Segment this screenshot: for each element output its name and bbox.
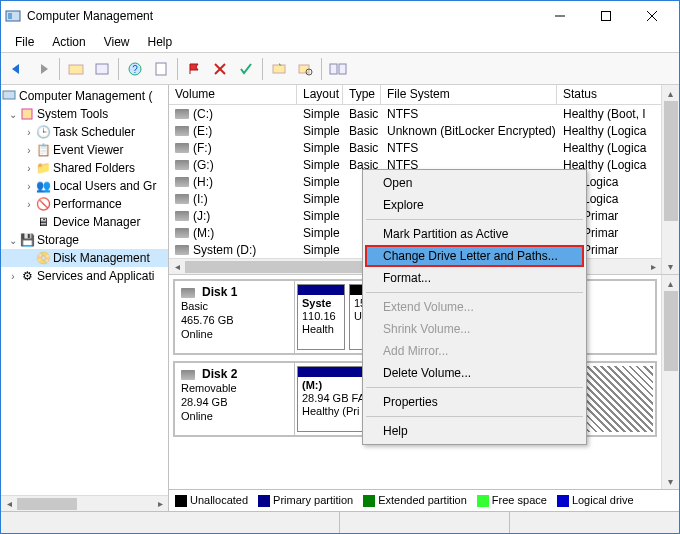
- menu-file[interactable]: File: [7, 33, 42, 51]
- legend-logical: Logical drive: [557, 494, 634, 507]
- forward-button[interactable]: [31, 57, 55, 81]
- chevron-right-icon[interactable]: ›: [23, 199, 35, 210]
- tree[interactable]: Computer Management ( ⌄ System Tools ›🕒T…: [1, 85, 168, 495]
- cm-separator: [366, 219, 583, 220]
- tree-task-scheduler[interactable]: ›🕒Task Scheduler: [1, 123, 168, 141]
- chevron-down-icon[interactable]: ⌄: [7, 235, 19, 246]
- tree-root[interactable]: Computer Management (: [1, 87, 168, 105]
- chevron-right-icon[interactable]: ›: [23, 145, 35, 156]
- check-icon[interactable]: [234, 57, 258, 81]
- chevron-right-icon[interactable]: ›: [23, 163, 35, 174]
- scroll-down-icon[interactable]: ▾: [663, 258, 679, 274]
- svg-rect-17: [339, 64, 346, 74]
- scroll-down-icon[interactable]: ▾: [663, 473, 679, 489]
- scroll-right-icon[interactable]: ▸: [645, 259, 661, 275]
- cm-format[interactable]: Format...: [365, 267, 584, 289]
- tree-device-manager[interactable]: 🖥Device Manager: [1, 213, 168, 231]
- help-icon[interactable]: ?: [123, 57, 147, 81]
- svg-rect-19: [22, 109, 32, 119]
- scroll-up-icon[interactable]: ▴: [663, 85, 679, 101]
- maximize-button[interactable]: [583, 1, 629, 31]
- context-menu[interactable]: Open Explore Mark Partition as Active Ch…: [362, 169, 587, 445]
- cm-mirror: Add Mirror...: [365, 340, 584, 362]
- cm-change-drive-letter[interactable]: Change Drive Letter and Paths...: [365, 245, 584, 267]
- volume-row[interactable]: (C:)SimpleBasicNTFSHealthy (Boot, I: [169, 105, 661, 122]
- cm-help[interactable]: Help: [365, 420, 584, 442]
- volume-row[interactable]: (F:)SimpleBasicNTFSHealthy (Logica: [169, 139, 661, 156]
- svg-rect-1: [8, 13, 12, 19]
- cm-extend: Extend Volume...: [365, 296, 584, 318]
- cm-open[interactable]: Open: [365, 172, 584, 194]
- disks-vscroll[interactable]: ▴ ▾: [661, 275, 679, 489]
- cm-delete[interactable]: Delete Volume...: [365, 362, 584, 384]
- scroll-left-icon[interactable]: ◂: [169, 259, 185, 275]
- tree-disk-management[interactable]: 📀Disk Management: [1, 249, 168, 267]
- storage-icon: 💾: [19, 232, 35, 248]
- detail-icon[interactable]: [293, 57, 317, 81]
- svg-rect-10: [156, 63, 166, 75]
- status-cell: [1, 512, 340, 533]
- chevron-right-icon[interactable]: ›: [23, 181, 35, 192]
- cm-separator: [366, 292, 583, 293]
- window-title: Computer Management: [27, 9, 537, 23]
- window-controls: [537, 1, 675, 31]
- svg-rect-18: [3, 91, 15, 99]
- col-volume[interactable]: Volume: [169, 85, 297, 104]
- properties-icon[interactable]: [90, 57, 114, 81]
- cm-properties[interactable]: Properties: [365, 391, 584, 413]
- drive-icon: [175, 211, 189, 221]
- disk-icon: [181, 288, 195, 298]
- tree-label: Shared Folders: [53, 161, 135, 175]
- drive-icon: [175, 143, 189, 153]
- col-fs[interactable]: File System: [381, 85, 557, 104]
- tree-shared-folders[interactable]: ›📁Shared Folders: [1, 159, 168, 177]
- flag-icon[interactable]: [182, 57, 206, 81]
- body: Computer Management ( ⌄ System Tools ›🕒T…: [1, 85, 679, 511]
- scroll-up-icon[interactable]: ▴: [663, 275, 679, 291]
- drive-icon: [175, 160, 189, 170]
- event-icon: 📋: [35, 142, 51, 158]
- computer-management-window: Computer Management File Action View Hel…: [0, 0, 680, 534]
- scroll-left-icon[interactable]: ◂: [1, 496, 17, 512]
- scroll-right-icon[interactable]: ▸: [152, 496, 168, 512]
- tree-system-tools[interactable]: ⌄ System Tools: [1, 105, 168, 123]
- content-pane: Volume Layout Type File System Status (C…: [169, 85, 679, 511]
- cm-mark-active[interactable]: Mark Partition as Active: [365, 223, 584, 245]
- menu-view[interactable]: View: [96, 33, 138, 51]
- chevron-right-icon[interactable]: ›: [23, 127, 35, 138]
- folder-icon[interactable]: [64, 57, 88, 81]
- tree-label: Disk Management: [53, 251, 150, 265]
- sheet-icon[interactable]: [149, 57, 173, 81]
- menu-action[interactable]: Action: [44, 33, 93, 51]
- col-status[interactable]: Status: [557, 85, 661, 104]
- tree-services[interactable]: ›⚙Services and Applicati: [1, 267, 168, 285]
- cm-explore[interactable]: Explore: [365, 194, 584, 216]
- drive-icon: [175, 126, 189, 136]
- col-type[interactable]: Type: [343, 85, 381, 104]
- drive-icon: [175, 194, 189, 204]
- tree-hscroll[interactable]: ◂ ▸: [1, 495, 168, 511]
- drive-icon: [175, 228, 189, 238]
- list-icon[interactable]: [267, 57, 291, 81]
- svg-rect-6: [69, 65, 83, 74]
- tree-event-viewer[interactable]: ›📋Event Viewer: [1, 141, 168, 159]
- tree-performance[interactable]: ›🚫Performance: [1, 195, 168, 213]
- disk-partition[interactable]: Syste110.16Health: [297, 284, 345, 350]
- perf-icon: 🚫: [35, 196, 51, 212]
- close-button[interactable]: [629, 1, 675, 31]
- chevron-down-icon[interactable]: ⌄: [7, 109, 19, 120]
- tree-storage[interactable]: ⌄💾Storage: [1, 231, 168, 249]
- tools-icon: [19, 106, 35, 122]
- minimize-button[interactable]: [537, 1, 583, 31]
- volumes-vscroll[interactable]: ▴ ▾: [661, 85, 679, 274]
- toolbar: ?: [1, 53, 679, 85]
- tree-local-users[interactable]: ›👥Local Users and Gr: [1, 177, 168, 195]
- menu-help[interactable]: Help: [140, 33, 181, 51]
- back-button[interactable]: [5, 57, 29, 81]
- view-icon[interactable]: [326, 57, 350, 81]
- delete-icon[interactable]: [208, 57, 232, 81]
- cm-separator: [366, 416, 583, 417]
- col-layout[interactable]: Layout: [297, 85, 343, 104]
- chevron-right-icon[interactable]: ›: [7, 271, 19, 282]
- volume-row[interactable]: (E:)SimpleBasicUnknown (BitLocker Encryp…: [169, 122, 661, 139]
